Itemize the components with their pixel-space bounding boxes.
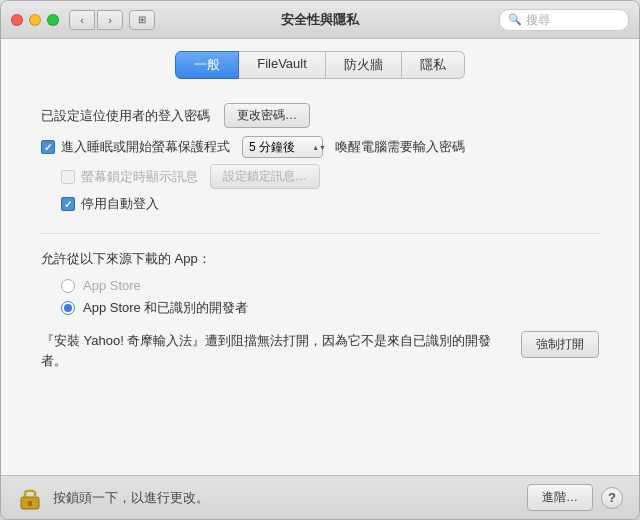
radio-appstore[interactable]	[61, 279, 75, 293]
help-button[interactable]: ?	[601, 487, 623, 509]
forward-button[interactable]: ›	[97, 10, 123, 30]
bottom-bar: 按鎖頭一下，以進行更改。 進階… ?	[1, 475, 639, 519]
search-box[interactable]: 🔍	[499, 9, 629, 31]
grid-button[interactable]: ⊞	[129, 10, 155, 30]
auto-login-row: 停用自動登入	[61, 195, 599, 213]
lock-icon[interactable]	[17, 485, 43, 511]
search-input[interactable]	[526, 13, 620, 27]
section-divider	[41, 233, 599, 234]
back-button[interactable]: ‹	[69, 10, 95, 30]
screen-lock-label: 螢幕鎖定時顯示訊息	[81, 168, 198, 186]
close-button[interactable]	[11, 14, 23, 26]
tab-filevault[interactable]: FileVault	[239, 51, 326, 79]
password-row: 已設定這位使用者的登入密碼 更改密碼…	[41, 103, 599, 128]
svg-rect-1	[28, 501, 32, 506]
window-title: 安全性與隱私	[281, 11, 359, 29]
search-icon: 🔍	[508, 13, 522, 26]
force-open-button[interactable]: 強制打開	[521, 331, 599, 358]
tabs-bar: 一般 FileVault 防火牆 隱私	[1, 39, 639, 87]
radio-developers-label: App Store 和已識別的開發者	[83, 299, 248, 317]
change-password-button[interactable]: 更改密碼…	[224, 103, 310, 128]
main-window: ‹ › ⊞ 安全性與隱私 🔍 一般 FileVault 防火牆 隱私 已設定這位…	[0, 0, 640, 520]
radio-appstore-developers[interactable]	[61, 301, 75, 315]
lock-label: 按鎖頭一下，以進行更改。	[53, 489, 527, 507]
radio-appstore-label: App Store	[83, 278, 141, 293]
traffic-lights	[11, 14, 59, 26]
minimize-button[interactable]	[29, 14, 41, 26]
screen-lock-row: 螢幕鎖定時顯示訊息 設定鎖定訊息…	[61, 164, 599, 189]
allow-apps-label: 允許從以下來源下載的 App：	[41, 250, 599, 268]
nav-buttons: ‹ ›	[69, 10, 123, 30]
wake-password-label: 喚醒電腦需要輸入密碼	[335, 138, 465, 156]
titlebar: ‹ › ⊞ 安全性與隱私 🔍	[1, 1, 639, 39]
disable-auto-login-label: 停用自動登入	[81, 195, 159, 213]
sleep-select-wrapper: 5 分鐘後 立即 1 分鐘後 15 分鐘後 1 小時後	[236, 136, 329, 158]
sleep-screen-label: 進入睡眠或開始螢幕保護程式	[61, 138, 230, 156]
tab-privacy[interactable]: 隱私	[402, 51, 465, 79]
warning-text: 『安裝 Yahoo! 奇摩輸入法』遭到阻擋無法打開，因為它不是來自已識別的開發者…	[41, 331, 505, 370]
screen-lock-checkbox[interactable]	[61, 170, 75, 184]
password-label: 已設定這位使用者的登入密碼	[41, 107, 210, 125]
radio-appstore-row: App Store	[61, 278, 599, 293]
warning-row: 『安裝 Yahoo! 奇摩輸入法』遭到阻擋無法打開，因為它不是來自已識別的開發者…	[41, 331, 599, 370]
radio-developers-row: App Store 和已識別的開發者	[61, 299, 599, 317]
content-area: 已設定這位使用者的登入密碼 更改密碼… 進入睡眠或開始螢幕保護程式 5 分鐘後 …	[1, 87, 639, 475]
password-section: 已設定這位使用者的登入密碼 更改密碼… 進入睡眠或開始螢幕保護程式 5 分鐘後 …	[41, 103, 599, 213]
set-lock-info-button: 設定鎖定訊息…	[210, 164, 320, 189]
maximize-button[interactable]	[47, 14, 59, 26]
tab-general[interactable]: 一般	[175, 51, 239, 79]
sleep-screen-checkbox[interactable]	[41, 140, 55, 154]
advanced-button[interactable]: 進階…	[527, 484, 593, 511]
sleep-duration-select[interactable]: 5 分鐘後 立即 1 分鐘後 15 分鐘後 1 小時後	[242, 136, 323, 158]
tab-firewall[interactable]: 防火牆	[326, 51, 402, 79]
sleep-screen-row: 進入睡眠或開始螢幕保護程式 5 分鐘後 立即 1 分鐘後 15 分鐘後 1 小時…	[41, 136, 599, 158]
disable-auto-login-checkbox[interactable]	[61, 197, 75, 211]
allow-apps-section: 允許從以下來源下載的 App： App Store App Store 和已識別…	[41, 250, 599, 370]
